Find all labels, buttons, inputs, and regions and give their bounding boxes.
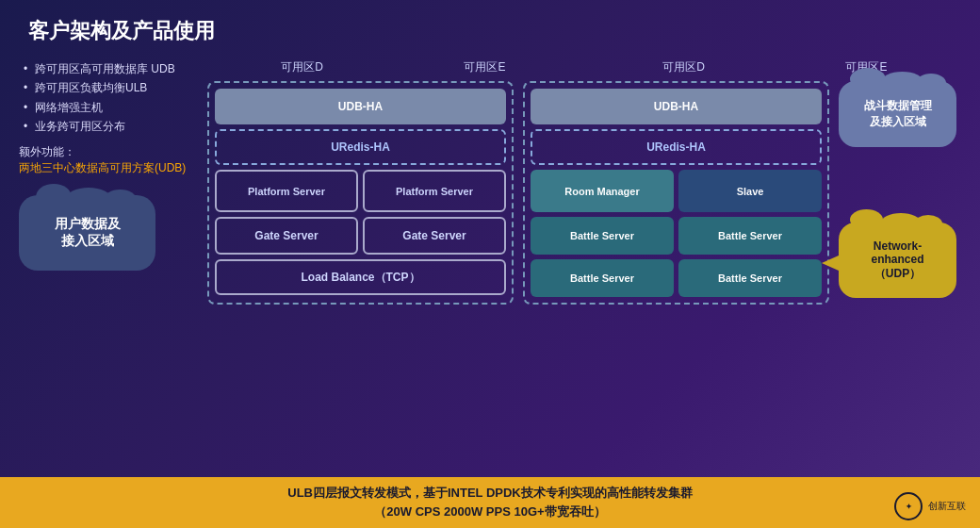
battle-server-1: Battle Server [531, 217, 674, 255]
extra-feature: 额外功能： 两地三中心数据高可用方案(UDB) [19, 144, 198, 176]
extra-title: 额外功能： [19, 144, 198, 160]
logo-area: ✦ 创新互联 [894, 492, 966, 520]
page-title: 客户架构及产品使用 [0, 0, 980, 55]
zone-e1-label: 可用区E [396, 59, 574, 75]
left-uredis-cell: URedis-HA [215, 129, 506, 165]
architecture-diagram: 可用区D 可用区E 可用区D 可用区E UDB-HA URedis-HA [207, 59, 961, 305]
bottom-line1: ULB四层报文转发模式，基于INTEL DPDK技术专利实现的高性能转发集群 [19, 485, 961, 502]
gate-server-row: Gate Server Gate Server [215, 217, 506, 255]
left-zone-box: UDB-HA URedis-HA Platform Server Platfor… [207, 81, 514, 305]
load-balance-cell: Load Balance（TCP） [215, 259, 506, 295]
battle-server-4: Battle Server [678, 259, 822, 297]
platform-server-2: Platform Server [363, 170, 506, 212]
room-manager-cell: Room Manager [531, 170, 674, 212]
bullet-list: 跨可用区高可用数据库 UDB 跨可用区负载均衡ULB 网络增强主机 业务跨可用区… [19, 59, 198, 137]
battle-server-row1: Battle Server Battle Server [531, 217, 822, 255]
right-zone-box: UDB-HA URedis-HA Room Manager Slave Batt… [523, 81, 829, 305]
left-info-panel: 跨可用区高可用数据库 UDB 跨可用区负载均衡ULB 网络增强主机 业务跨可用区… [19, 59, 207, 305]
slave-cell: Slave [678, 170, 822, 212]
zone-d1-label: 可用区D [213, 59, 391, 75]
logo-icon: ✦ [894, 492, 923, 520]
platform-server-row: Platform Server Platform Server [215, 170, 506, 212]
cloud-network: Network- enhanced （UDP） [839, 223, 956, 298]
bottom-line2: （20W CPS 2000W PPS 10G+带宽吞吐） [19, 503, 961, 520]
platform-server-1: Platform Server [215, 170, 358, 212]
right-uredis-cell: URedis-HA [531, 129, 822, 165]
bullet-item: 跨可用区负载均衡ULB [24, 78, 198, 97]
cloud-right: 战斗数据管理 及接入区域 [839, 81, 956, 147]
bullet-item: 网络增强主机 [24, 98, 198, 117]
battle-server-3: Battle Server [531, 259, 674, 297]
zone-d2-label: 可用区D [595, 59, 773, 75]
cloud-left: 用户数据及 接入区域 [19, 195, 155, 271]
left-udb-cell: UDB-HA [215, 89, 506, 124]
battle-server-2: Battle Server [678, 217, 822, 255]
bullet-item: 跨可用区高可用数据库 UDB [24, 59, 198, 78]
logo-text: 创新互联 [928, 500, 966, 513]
gate-server-1: Gate Server [215, 217, 358, 255]
bullet-item: 业务跨可用区分布 [24, 117, 198, 136]
battle-server-row2: Battle Server Battle Server [531, 259, 822, 297]
bottom-bar: ULB四层报文转发模式，基于INTEL DPDK技术专利实现的高性能转发集群 （… [0, 477, 980, 528]
room-manager-row: Room Manager Slave [531, 170, 822, 212]
gate-server-2: Gate Server [363, 217, 506, 255]
right-udb-cell: UDB-HA [531, 89, 822, 124]
extra-link[interactable]: 两地三中心数据高可用方案(UDB) [19, 160, 198, 176]
